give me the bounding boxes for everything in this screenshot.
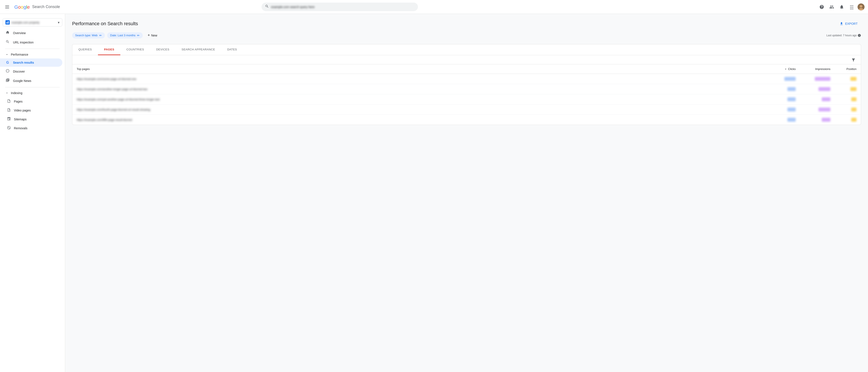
property-name: example.com property: [11, 21, 56, 24]
search-icon: [265, 4, 269, 9]
home-icon: [5, 30, 10, 35]
cell-url: https://example.com/fourth-page-blurred-…: [77, 108, 761, 111]
svg-point-5: [860, 5, 862, 8]
search-type-label: Search type: Web: [75, 34, 97, 37]
help-button[interactable]: [817, 3, 826, 11]
search-results-label: Search results: [13, 61, 34, 64]
overview-label: Overview: [13, 31, 26, 35]
grid-button[interactable]: [847, 3, 856, 11]
cell-impressions: [796, 87, 830, 91]
date-filter[interactable]: Date: Last 3 months ✏: [107, 32, 143, 38]
indexing-section-label: Indexing: [11, 91, 22, 95]
svg-text:Google: Google: [14, 4, 30, 9]
svg-rect-9: [8, 21, 9, 24]
cell-position: [830, 87, 857, 91]
sidebar-item-google-news[interactable]: Google News: [0, 76, 62, 85]
performance-section-label: Performance: [11, 53, 28, 56]
app-layout: Google Search Console: [0, 0, 868, 372]
sidebar-item-url-inspection[interactable]: URL inspection: [0, 38, 62, 47]
cell-url: https://example.com/fifth-page-result-bl…: [77, 118, 761, 121]
cell-impressions: [796, 77, 830, 81]
add-filter-button[interactable]: + New: [145, 32, 160, 39]
removals-label: Removals: [14, 126, 27, 130]
cell-clicks: [761, 97, 796, 101]
last-updated: Last updated: 7 hours ago: [827, 34, 861, 37]
cell-position: [830, 118, 857, 122]
sort-down-icon: [784, 68, 787, 71]
svg-rect-1: [5, 7, 9, 7]
content-area: Performance on Search results EXPORT Sea…: [65, 14, 868, 372]
sidebar-item-pages[interactable]: Pages: [0, 97, 62, 106]
video-pages-icon: [7, 108, 11, 113]
tab-pages[interactable]: PAGES: [98, 44, 120, 55]
cell-url: https://example.com/yet-another-page-url…: [77, 98, 761, 101]
tab-devices[interactable]: DEVICES: [150, 44, 176, 55]
sidebar-item-video-pages[interactable]: Video pages: [0, 106, 62, 115]
sitemaps-label: Sitemaps: [14, 118, 27, 121]
table-row[interactable]: https://example.com/yet-another-page-url…: [72, 94, 861, 104]
property-icon: [5, 20, 10, 25]
cell-position: [830, 107, 857, 112]
table-filter-icon[interactable]: [850, 57, 857, 64]
google-g-icon: G: [5, 61, 10, 65]
search-bar: [261, 3, 418, 11]
col-header-pages: Top pages: [77, 67, 761, 71]
export-icon: [840, 22, 843, 26]
tab-countries[interactable]: COUNTRIES: [120, 44, 150, 55]
google-news-label: Google News: [13, 79, 31, 83]
product-name: Search Console: [32, 5, 60, 9]
plus-icon: +: [148, 33, 150, 38]
svg-rect-7: [6, 22, 7, 24]
url-inspect-input[interactable]: [271, 5, 414, 9]
cell-impressions: [796, 97, 830, 101]
top-actions: [817, 3, 865, 11]
sidebar-item-overview[interactable]: Overview: [0, 28, 62, 38]
search-sidebar-icon: [5, 40, 10, 45]
discover-label: Discover: [13, 70, 25, 73]
top-bar: Google Search Console: [0, 0, 868, 14]
table-column-headers: Top pages Clicks Impressions Position: [72, 64, 861, 74]
table-container: Top pages Clicks Impressions Position ht…: [72, 55, 861, 125]
date-label: Date: Last 3 months: [110, 34, 135, 37]
edit-date-icon: ✏: [137, 34, 140, 37]
sidebar-section-performance[interactable]: Performance: [0, 51, 65, 58]
search-type-filter[interactable]: Search type: Web ✏: [72, 32, 105, 38]
cell-position: [830, 77, 857, 81]
avatar[interactable]: [858, 3, 865, 10]
chevron-indexing-icon: [5, 91, 9, 95]
export-button[interactable]: EXPORT: [836, 20, 861, 27]
new-filter-label: New: [151, 34, 157, 37]
table-row[interactable]: https://example.com/fourth-page-blurred-…: [72, 104, 861, 115]
hamburger-button[interactable]: [3, 3, 11, 11]
url-inspection-label: URL inspection: [13, 41, 33, 44]
sidebar-item-sitemaps[interactable]: Sitemaps: [0, 115, 62, 124]
bell-button[interactable]: [838, 3, 846, 11]
table-row[interactable]: https://example.com/some-page-url-blurre…: [72, 74, 861, 84]
svg-rect-2: [5, 8, 9, 8]
cell-url: https://example.com/some-page-url-blurre…: [77, 77, 761, 81]
video-pages-label: Video pages: [14, 108, 31, 112]
sidebar-section-indexing[interactable]: Indexing: [0, 89, 65, 97]
table-row[interactable]: https://example.com/fifth-page-result-bl…: [72, 115, 861, 125]
tab-queries[interactable]: QUERIES: [72, 44, 98, 55]
pages-icon: [7, 99, 11, 104]
table-row[interactable]: https://example.com/another-longer-page-…: [72, 84, 861, 94]
pages-label: Pages: [14, 100, 23, 103]
sidebar-item-search-results[interactable]: G Search results: [0, 58, 62, 67]
tabs-table-container: QUERIES PAGES COUNTRIES DEVICES SEARCH A: [72, 44, 861, 125]
cell-clicks: [761, 118, 796, 122]
property-selector[interactable]: example.com property ▾: [3, 18, 62, 27]
cell-position: [830, 97, 857, 101]
chevron-performance-icon: [5, 53, 9, 56]
col-header-impressions: Impressions: [796, 67, 830, 71]
google-logo-svg: Google: [14, 4, 30, 9]
cell-impressions: [796, 118, 830, 122]
people-button[interactable]: [828, 3, 836, 11]
removals-icon: [7, 126, 11, 130]
sidebar-item-removals[interactable]: Removals: [0, 124, 62, 132]
tab-search-appearance[interactable]: SEARCH APPEARANCE: [176, 44, 221, 55]
tabs-container: QUERIES PAGES COUNTRIES DEVICES SEARCH A: [72, 44, 861, 55]
tab-dates[interactable]: DATES: [221, 44, 243, 55]
sidebar-item-discover[interactable]: Discover: [0, 67, 62, 76]
news-icon: [5, 78, 10, 83]
